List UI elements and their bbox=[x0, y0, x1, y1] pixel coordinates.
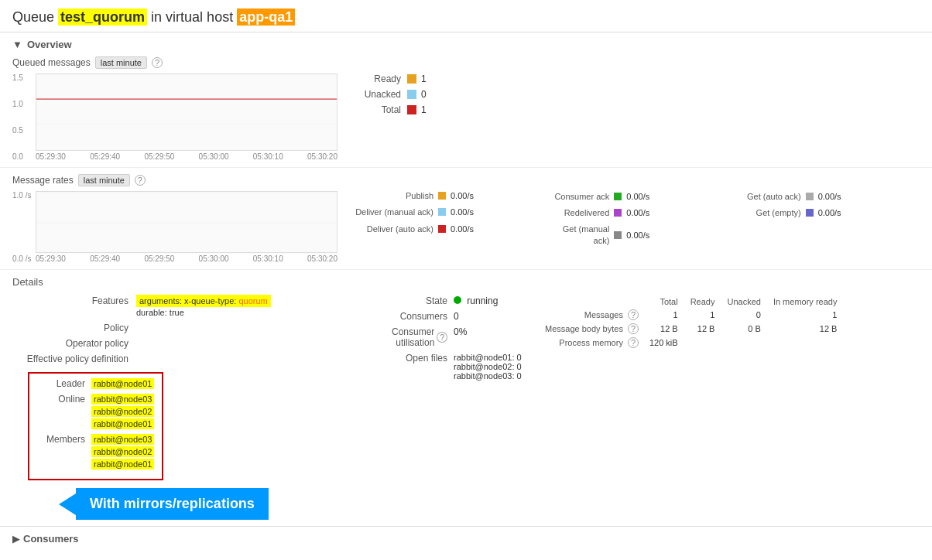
member-nodes: rabbit@node03 rabbit@node02 rabbit@node0… bbox=[91, 434, 154, 470]
overview-header: ▼ Overview bbox=[12, 39, 920, 50]
rates-chart-svg bbox=[36, 192, 338, 254]
body-bytes-row: Message body bytes ? 12 B 12 B 0 B 12 B bbox=[539, 322, 843, 336]
consumers-count-value: 0 bbox=[454, 311, 459, 322]
time-badge[interactable]: last minute bbox=[95, 56, 147, 69]
get-auto-label: Get (auto ack) bbox=[736, 191, 806, 202]
deliver-manual-rate: Deliver (manual ack) 0.00/s bbox=[353, 207, 536, 217]
ready-color bbox=[407, 74, 416, 84]
unacked-header: Unacked bbox=[721, 295, 766, 308]
messages-row: Messages ? 1 1 0 1 bbox=[539, 308, 843, 322]
messages-ready: 1 bbox=[684, 308, 721, 322]
consumer-ack-rate: Consumer ack 0.00/s bbox=[544, 191, 728, 202]
consumer-util-help[interactable]: ? bbox=[437, 332, 447, 343]
get-auto-color bbox=[806, 193, 814, 200]
total-label: Total bbox=[353, 104, 407, 115]
queued-y-labels: 1.5 1.0 0.5 0.0 bbox=[12, 73, 23, 161]
member-node-2: rabbit@node01 bbox=[91, 459, 154, 470]
process-mem-label: Process memory ? bbox=[539, 336, 643, 350]
unacked-stat: Unacked 0 bbox=[353, 89, 920, 100]
ready-header: Ready bbox=[684, 295, 721, 308]
annotation-box: With mirrors/replications bbox=[76, 488, 269, 520]
body-bytes-ready: 12 B bbox=[684, 322, 721, 336]
rates-chart bbox=[36, 191, 338, 253]
features-label: Features bbox=[12, 295, 136, 306]
state-row: State running bbox=[353, 295, 523, 306]
open-file-0: rabbit@node01: 0 bbox=[454, 353, 522, 362]
total-stat: Total 1 bbox=[353, 104, 920, 115]
details-content: Features arguments: x-queue-type: quorum… bbox=[12, 295, 920, 520]
queued-chart-area: 1.5 1.0 0.5 0.0 05:29:30 05 bbox=[12, 73, 338, 161]
queued-messages-help[interactable]: ? bbox=[152, 57, 163, 68]
rates-x-labels: 05:29:30 05:29:40 05:29:50 05:30:00 05:3… bbox=[36, 254, 338, 263]
queued-messages-label: Queued messages bbox=[12, 57, 91, 68]
details-middle: State running Consumers 0 Consumer utili… bbox=[353, 295, 523, 520]
process-mem-help[interactable]: ? bbox=[628, 337, 639, 348]
vhost-name: app-qa1 bbox=[237, 9, 295, 26]
details-section: Details Features arguments: x-queue-type… bbox=[0, 270, 932, 526]
features-value: arguments: x-queue-type: quorum durable:… bbox=[136, 295, 271, 318]
open-file-1: rabbit@node02: 0 bbox=[454, 362, 522, 371]
operator-policy-row: Operator policy bbox=[12, 338, 338, 349]
rates-chart-area: 1.0 /s 0.0 /s 05:29:30 05:29:40 05:29:50… bbox=[12, 191, 338, 263]
leader-value: rabbit@node01 bbox=[91, 378, 154, 389]
rate-col-3: Get (auto ack) 0.00/s Get (empty) 0.00/s bbox=[736, 191, 920, 252]
get-empty-rate: Get (empty) 0.00/s bbox=[736, 208, 920, 217]
online-label: Online bbox=[37, 394, 91, 405]
queued-chart bbox=[36, 73, 338, 151]
publish-rate: Publish 0.00/s bbox=[353, 191, 536, 200]
get-empty-value: 0.00/s bbox=[818, 208, 841, 217]
rates-section: Message rates last minute ? 1.0 /s 0.0 /… bbox=[0, 168, 932, 270]
overview-content: 1.5 1.0 0.5 0.0 05:29:30 05 bbox=[12, 73, 920, 161]
overview-section: ▼ Overview Queued messages last minute ?… bbox=[0, 32, 932, 168]
member-node-1: rabbit@node02 bbox=[91, 446, 154, 457]
get-empty-label: Get (empty) bbox=[736, 208, 806, 217]
state-value: running bbox=[454, 295, 498, 306]
ready-stat: Ready 1 bbox=[353, 73, 920, 84]
annotation-arrow bbox=[59, 493, 76, 515]
online-node-1: rabbit@node02 bbox=[91, 406, 154, 417]
unacked-label: Unacked bbox=[353, 89, 407, 100]
body-bytes-inmemory: 12 B bbox=[767, 322, 844, 336]
arguments-tag: arguments: x-queue-type: quorum bbox=[136, 295, 271, 307]
body-bytes-help[interactable]: ? bbox=[628, 323, 639, 334]
rates-time-badge[interactable]: last minute bbox=[78, 174, 130, 186]
page-header: Queue test_quorum in virtual host app-qa… bbox=[0, 0, 932, 32]
body-bytes-unacked: 0 B bbox=[721, 322, 766, 336]
deliver-auto-value: 0.00/s bbox=[451, 224, 474, 234]
consumers-label: Consumers bbox=[23, 533, 79, 545]
features-row: Features arguments: x-queue-type: quorum… bbox=[12, 295, 338, 318]
get-empty-color bbox=[806, 209, 814, 217]
publish-value: 0.00/s bbox=[451, 191, 474, 200]
deliver-manual-label: Deliver (manual ack) bbox=[353, 207, 438, 217]
details-right: Total Ready Unacked In memory ready Mess… bbox=[539, 295, 920, 520]
open-files-label: Open files bbox=[353, 353, 454, 364]
title-middle: in virtual host bbox=[151, 9, 233, 25]
total-color bbox=[407, 105, 416, 114]
members-label: Members bbox=[37, 434, 91, 445]
consumer-ack-color bbox=[614, 193, 622, 200]
consumer-ack-label: Consumer ack bbox=[544, 191, 614, 202]
process-mem-row: Process memory ? 120 kiB bbox=[539, 336, 843, 350]
rate-stats: Publish 0.00/s Deliver (manual ack) 0.00… bbox=[353, 191, 920, 252]
queue-name: test_quorum bbox=[58, 9, 147, 26]
rate-col-1: Publish 0.00/s Deliver (manual ack) 0.00… bbox=[353, 191, 536, 252]
consumers-arrow: ▶ bbox=[12, 533, 20, 545]
policy-row: Policy bbox=[12, 323, 338, 333]
details-left: Features arguments: x-queue-type: quorum… bbox=[12, 295, 338, 520]
redelivered-value: 0.00/s bbox=[626, 208, 649, 217]
consumers-header[interactable]: ▶ Consumers bbox=[12, 533, 920, 545]
publish-label: Publish bbox=[353, 191, 438, 200]
policy-label: Policy bbox=[12, 323, 136, 333]
get-manual-value: 0.00/s bbox=[626, 230, 649, 240]
member-node-0: rabbit@node03 bbox=[91, 434, 154, 445]
queued-chart-svg bbox=[36, 74, 337, 150]
quorum-tag: quorum bbox=[238, 296, 267, 306]
redelivered-color bbox=[614, 209, 622, 217]
rates-help[interactable]: ? bbox=[135, 175, 146, 186]
messages-help[interactable]: ? bbox=[628, 309, 639, 320]
rates-y-bottom: 0.0 /s bbox=[12, 254, 31, 263]
publish-color bbox=[438, 192, 446, 200]
page-title: Queue test_quorum in virtual host app-qa… bbox=[12, 9, 920, 26]
process-mem-value: 120 kiB bbox=[643, 336, 684, 350]
total-value: 1 bbox=[421, 104, 427, 115]
